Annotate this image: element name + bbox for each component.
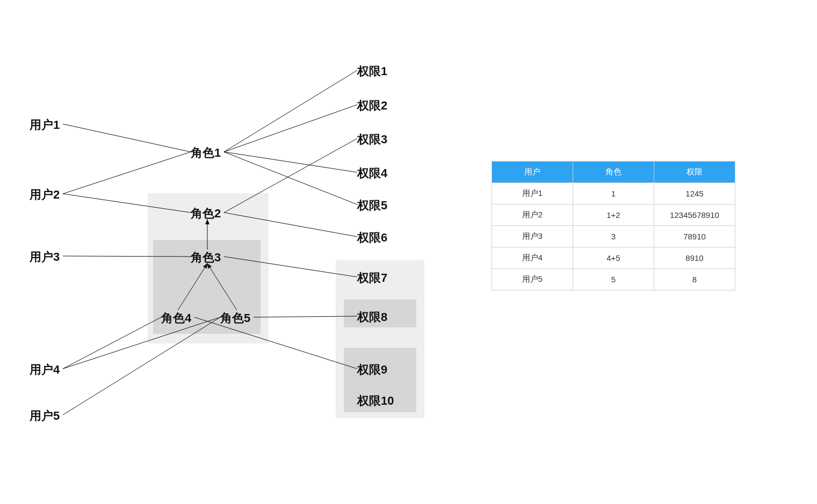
table-cell: 用户5 [492,269,573,290]
edge [224,152,357,172]
edge [224,70,357,152]
role-node-role2: 角色2 [191,206,221,222]
table-header: 角色 [573,162,654,183]
permission-label: 权限5 [357,199,387,212]
user-label: 用户1 [30,118,60,132]
user-node-user1: 用户1 [30,117,60,133]
table-header: 权限 [654,162,735,183]
edge [63,124,191,152]
permission-node-perm5: 权限5 [357,198,387,214]
permission-label: 权限10 [357,394,394,407]
table-cell: 8910 [654,247,735,269]
table-cell: 用户3 [492,226,573,247]
user-label: 用户2 [30,188,60,201]
permission-label: 权限1 [357,64,387,78]
table-cell: 用户4 [492,247,573,269]
role-label: 角色3 [191,251,221,264]
user-node-user5: 用户5 [30,408,60,424]
role-label: 角色1 [191,146,221,159]
user-node-user2: 用户2 [30,187,60,203]
role-label: 角色2 [191,207,221,220]
permission-node-perm1: 权限1 [357,63,387,79]
user-label: 用户4 [30,363,60,376]
edge [224,105,357,152]
permission-node-perm10: 权限10 [357,393,394,409]
table-row: 用户3378910 [492,226,735,247]
user-label: 用户3 [30,250,60,264]
permission-label: 权限2 [357,99,387,112]
table-cell: 78910 [654,226,735,247]
role-node-role5: 角色5 [220,310,250,326]
table-row: 用户558 [492,269,735,290]
table-cell: 1 [573,183,654,204]
table-cell: 8 [654,269,735,290]
role-node-role1: 角色1 [191,145,221,161]
permission-node-perm8: 权限8 [357,309,387,325]
permission-node-perm7: 权限7 [357,270,387,286]
permission-label: 权限6 [357,231,387,244]
role-label: 角色4 [161,311,191,325]
permission-node-perm3: 权限3 [357,132,387,148]
table-row: 用户21+212345678910 [492,204,735,226]
edge [63,317,161,369]
permission-label: 权限4 [357,166,387,180]
role-node-role3: 角色3 [191,250,221,266]
role-label: 角色5 [220,311,250,325]
user-label: 用户5 [30,409,60,422]
edge [63,152,191,194]
permission-node-perm2: 权限2 [357,98,387,114]
rbac-summary-table: 用户角色权限 用户111245用户21+212345678910用户337891… [491,161,735,290]
table-cell: 12345678910 [654,204,735,226]
permission-label: 权限8 [357,310,387,324]
table-cell: 4+5 [573,247,654,269]
table-cell: 3 [573,226,654,247]
table-cell: 5 [573,269,654,290]
permission-label: 权限7 [357,271,387,284]
permission-label: 权限3 [357,133,387,146]
table-cell: 1245 [654,183,735,204]
user-node-user3: 用户3 [30,249,60,265]
table-row: 用户111245 [492,183,735,204]
table-header: 用户 [492,162,573,183]
table-row: 用户44+58910 [492,247,735,269]
permission-label: 权限9 [357,363,387,376]
permission-node-perm4: 权限4 [357,165,387,181]
table-cell: 用户1 [492,183,573,204]
table-cell: 用户2 [492,204,573,226]
permission-node-perm6: 权限6 [357,230,387,246]
role-node-role4: 角色4 [161,310,191,326]
permission-node-perm9: 权限9 [357,362,387,378]
user-node-user4: 用户4 [30,362,60,378]
table-cell: 1+2 [573,204,654,226]
